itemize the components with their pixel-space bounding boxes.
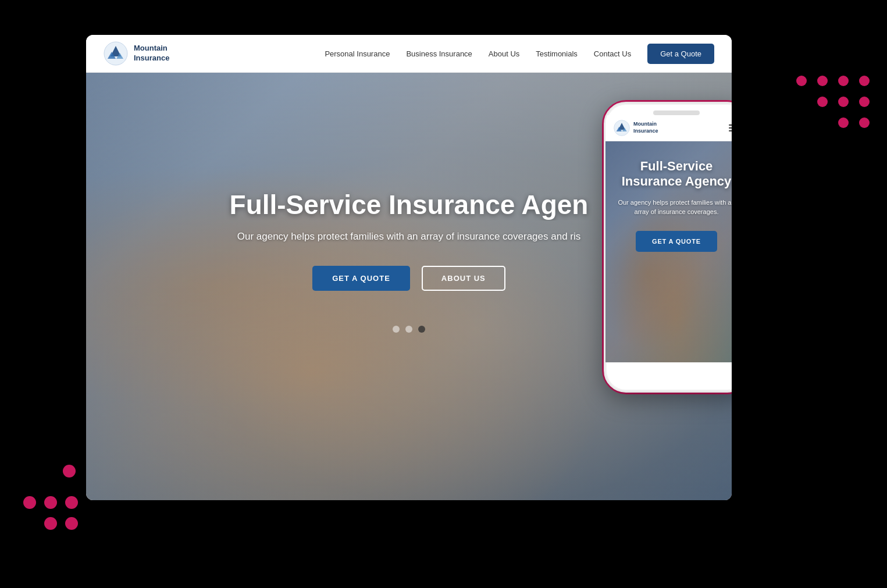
nav-links: Personal Insurance Business Insurance Ab…	[325, 48, 714, 59]
phone-hero-section: Full-Service Insurance Agency Our agency…	[605, 141, 732, 362]
nav-contact-us[interactable]: Contact Us	[594, 49, 631, 58]
dot	[44, 517, 57, 530]
logo-icon	[104, 41, 128, 66]
dot	[838, 117, 849, 128]
dot	[838, 97, 849, 107]
hero-section: Full-Service Insurance Agen Our agency h…	[86, 73, 732, 500]
dot	[44, 496, 57, 509]
phone-hero-title: Full-Service Insurance Agency	[615, 159, 732, 190]
phone-navbar: Mountain Insurance	[605, 115, 732, 141]
nav-get-quote-button[interactable]: Get a Quote	[647, 44, 714, 64]
hero-about-us-button[interactable]: ABOUT US	[422, 266, 505, 291]
dot	[65, 496, 78, 509]
nav-testimonials[interactable]: Testimonials	[536, 49, 578, 58]
browser-window: Mountain Insurance Personal Insurance Bu…	[86, 35, 732, 500]
slide-dot-1[interactable]	[393, 326, 400, 333]
hero-get-quote-button[interactable]: GET A QUOTE	[312, 266, 410, 291]
dot	[859, 76, 870, 86]
phone-notch	[653, 111, 700, 115]
navbar: Mountain Insurance Personal Insurance Bu…	[86, 35, 732, 73]
phone-logo: Mountain Insurance	[614, 120, 658, 136]
decorative-dots-bottom-left	[23, 454, 97, 530]
decorative-dot-single	[63, 465, 76, 477]
phone-hero-content: Full-Service Insurance Agency Our agency…	[605, 141, 732, 261]
nav-personal-insurance[interactable]: Personal Insurance	[325, 49, 390, 58]
phone-hero-subtitle: Our agency helps protect families with a…	[615, 198, 732, 217]
dot	[817, 76, 828, 86]
phone-logo-icon	[614, 120, 630, 136]
hamburger-line-2	[729, 127, 732, 129]
hamburger-menu-icon[interactable]	[729, 124, 732, 131]
phone-brand-name: Mountain Insurance	[633, 121, 658, 134]
dot	[65, 517, 78, 530]
nav-about-us[interactable]: About Us	[489, 49, 519, 58]
dot	[859, 117, 870, 128]
brand-name: Mountain Insurance	[134, 44, 169, 63]
hamburger-line-1	[729, 124, 732, 126]
decorative-dots-top-right	[796, 76, 870, 128]
dot	[817, 97, 828, 107]
logo[interactable]: Mountain Insurance	[104, 41, 169, 66]
nav-business-insurance[interactable]: Business Insurance	[406, 49, 472, 58]
slide-dot-2[interactable]	[405, 326, 412, 333]
dot	[838, 76, 849, 86]
dot	[796, 76, 807, 86]
phone-mockup: Mountain Insurance Full-Service Insuranc…	[604, 102, 732, 393]
dot	[859, 97, 870, 107]
slide-dot-3[interactable]	[418, 326, 425, 333]
hamburger-line-3	[729, 130, 732, 131]
phone-get-quote-button[interactable]: GET A QUOTE	[636, 231, 717, 252]
dot	[23, 496, 36, 509]
